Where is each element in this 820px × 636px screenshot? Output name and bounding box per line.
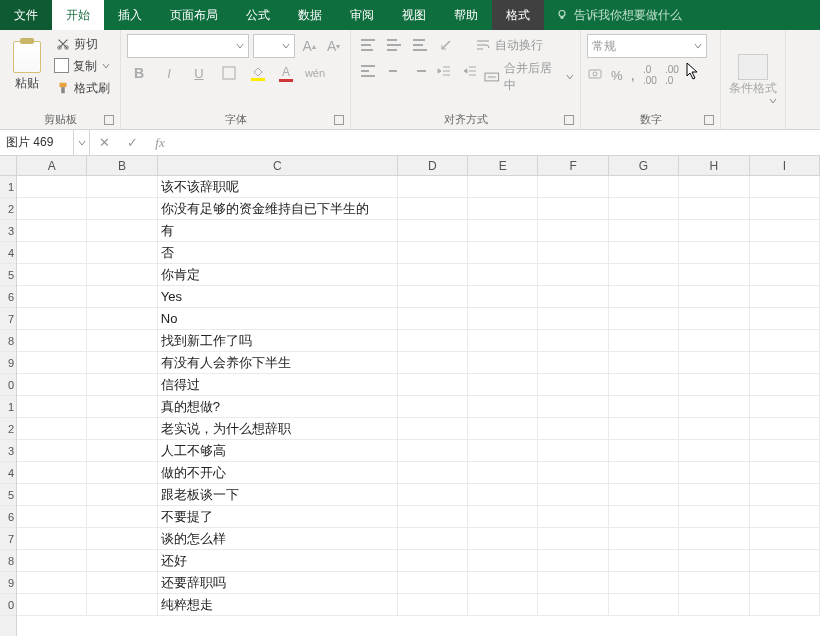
decrease-indent-button[interactable] [433, 60, 454, 82]
cell[interactable] [17, 330, 87, 352]
paste-button[interactable]: 粘贴 [6, 34, 48, 98]
cell[interactable] [538, 462, 608, 484]
cell[interactable] [538, 506, 608, 528]
cell[interactable] [750, 176, 820, 198]
cell[interactable] [679, 374, 749, 396]
cell[interactable] [87, 352, 157, 374]
cell[interactable]: 你肯定 [158, 264, 398, 286]
cell[interactable] [679, 462, 749, 484]
cell[interactable]: 真的想做? [158, 396, 398, 418]
cell[interactable] [679, 242, 749, 264]
cell[interactable] [609, 242, 679, 264]
cell[interactable] [87, 396, 157, 418]
cell[interactable] [750, 462, 820, 484]
cell[interactable] [17, 594, 87, 616]
increase-font-button[interactable]: A▴ [299, 35, 320, 57]
cell[interactable] [87, 264, 157, 286]
row-header[interactable]: 2 [0, 198, 16, 220]
row-header[interactable]: 4 [0, 462, 16, 484]
cell[interactable] [398, 374, 468, 396]
cell[interactable] [17, 352, 87, 374]
tab-file[interactable]: 文件 [0, 0, 52, 30]
cell[interactable] [538, 418, 608, 440]
tab-home[interactable]: 开始 [52, 0, 104, 30]
cell[interactable] [609, 198, 679, 220]
cell[interactable] [750, 330, 820, 352]
row-header[interactable]: 3 [0, 220, 16, 242]
cell[interactable] [538, 594, 608, 616]
cell[interactable] [17, 572, 87, 594]
cell[interactable] [87, 308, 157, 330]
row-header[interactable]: 7 [0, 308, 16, 330]
cell[interactable] [750, 550, 820, 572]
align-top-button[interactable] [357, 34, 379, 56]
cell[interactable] [398, 396, 468, 418]
italic-button[interactable]: I [157, 62, 181, 84]
cell[interactable] [538, 572, 608, 594]
decrease-font-button[interactable]: A▾ [323, 35, 344, 57]
cell[interactable] [679, 264, 749, 286]
bold-button[interactable]: B [127, 62, 151, 84]
cell[interactable] [398, 594, 468, 616]
cell[interactable] [17, 242, 87, 264]
cell[interactable] [750, 484, 820, 506]
row-header[interactable]: 2 [0, 418, 16, 440]
cell[interactable] [17, 264, 87, 286]
cell[interactable] [17, 418, 87, 440]
tab-review[interactable]: 审阅 [336, 0, 388, 30]
cell[interactable] [87, 198, 157, 220]
cell[interactable] [398, 176, 468, 198]
cell[interactable] [750, 528, 820, 550]
cell[interactable] [609, 374, 679, 396]
cell[interactable] [468, 572, 538, 594]
cell[interactable] [679, 418, 749, 440]
cell[interactable] [17, 374, 87, 396]
cell[interactable] [538, 528, 608, 550]
cell[interactable] [609, 308, 679, 330]
column-header[interactable]: A [17, 156, 87, 175]
insert-function-button[interactable]: fx [146, 135, 174, 151]
cell[interactable] [609, 352, 679, 374]
cell[interactable] [538, 220, 608, 242]
cell[interactable] [468, 242, 538, 264]
row-header[interactable]: 0 [0, 374, 16, 396]
cell[interactable]: 不要提了 [158, 506, 398, 528]
decrease-decimal-button[interactable]: .00.0 [665, 64, 679, 86]
cell[interactable] [538, 242, 608, 264]
cell[interactable] [679, 352, 749, 374]
cell[interactable] [468, 396, 538, 418]
cell[interactable] [538, 440, 608, 462]
cell[interactable] [398, 308, 468, 330]
cell[interactable] [609, 506, 679, 528]
column-header[interactable]: E [468, 156, 538, 175]
cell[interactable] [398, 198, 468, 220]
cell[interactable] [398, 506, 468, 528]
cell[interactable] [17, 220, 87, 242]
cell[interactable] [398, 418, 468, 440]
row-header[interactable]: 1 [0, 396, 16, 418]
name-box[interactable]: 图片 469 [0, 130, 74, 155]
cell[interactable]: 你没有足够的资金维持自已下半生的 [158, 198, 398, 220]
cell[interactable] [468, 264, 538, 286]
format-painter-button[interactable]: 格式刷 [52, 78, 114, 98]
dialog-launcher-icon[interactable] [704, 115, 714, 125]
cell[interactable] [468, 528, 538, 550]
cell[interactable]: Yes [158, 286, 398, 308]
row-header[interactable]: 1 [0, 176, 16, 198]
cancel-formula-button[interactable]: ✕ [90, 135, 118, 150]
row-header[interactable]: 7 [0, 528, 16, 550]
align-center-button[interactable] [382, 60, 403, 82]
cell[interactable] [468, 462, 538, 484]
cell[interactable] [398, 462, 468, 484]
cell[interactable] [609, 484, 679, 506]
tab-format[interactable]: 格式 [492, 0, 544, 30]
column-header[interactable]: H [679, 156, 749, 175]
copy-button[interactable]: 复制 [52, 56, 114, 76]
conditional-format-button[interactable]: 条件格式 [721, 30, 786, 129]
cell[interactable] [538, 550, 608, 572]
cell[interactable] [87, 528, 157, 550]
merge-center-button[interactable]: 合并后居中 [484, 60, 574, 94]
cell[interactable]: 做的不开心 [158, 462, 398, 484]
cell[interactable] [679, 330, 749, 352]
cell[interactable] [17, 550, 87, 572]
